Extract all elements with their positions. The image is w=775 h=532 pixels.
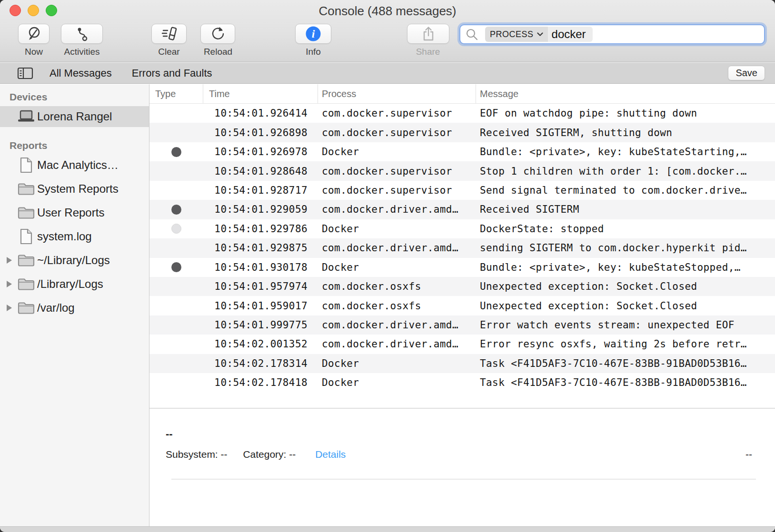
info-button-label: Info [306,47,321,57]
log-message-cell: Received SIGTERM [476,204,775,215]
now-button-label: Now [25,47,43,57]
log-process-cell: Docker [318,146,476,158]
table-detail-divider [149,408,775,409]
folder-icon [17,182,35,196]
log-row[interactable]: 10:54:01.926414com.docker.supervisorEOF … [149,104,775,123]
log-message-cell: sending SIGTERM to com.docker.hyperkit p… [476,242,775,254]
log-type-cell [149,205,203,215]
activities-button[interactable] [61,24,103,44]
tab-errors-and-faults[interactable]: Errors and Faults [132,67,212,79]
column-header-message[interactable]: Message [476,84,775,103]
details-link[interactable]: Details [315,449,346,460]
activities-icon [73,25,90,42]
log-message-cell: Send signal terminated to com.docker.dri… [476,185,775,196]
log-row[interactable]: 10:54:01.928648com.docker.supervisorStop… [149,161,775,180]
log-row[interactable]: 10:54:01.929875com.docker.driver.amd…sen… [149,238,775,257]
log-time-cell: 10:54:01.926898 [203,127,318,138]
log-row[interactable]: 10:54:01.930178DockerBundle: <private>, … [149,258,775,277]
disclosure-triangle-icon[interactable] [7,305,12,311]
search-filter-token-label: PROCESS [490,30,534,39]
detail-category-label: Category: [243,449,286,460]
sidebar-section-title: Devices [10,91,149,103]
sidebar-item[interactable]: Lorena Rangel [0,106,149,127]
log-process-cell: com.docker.osxfs [318,300,476,312]
detail-meta: Subsystem: -- Category: -- Details [166,449,346,460]
now-button[interactable] [18,24,50,44]
window-title: Console (488 messages) [0,4,775,19]
log-table-body: 10:54:01.926414com.docker.supervisorEOF … [149,104,775,393]
log-type-dot-dark [171,262,181,272]
log-type-cell [149,147,203,157]
log-process-cell: com.docker.osxfs [318,281,476,292]
log-row[interactable]: 10:54:01.929786DockerDockerState: stoppe… [149,219,775,238]
log-row[interactable]: 10:54:02.178418DockerTask <F41D5AF3-7C10… [149,373,775,392]
log-row[interactable]: 10:54:01.957974com.docker.osxfsUnexpecte… [149,277,775,296]
log-message-cell: Error resync osxfs, waiting 2s before re… [476,338,775,350]
folder-icon [17,206,35,219]
log-message-cell: Stop 1 children with order 1: [com.docke… [476,166,775,177]
log-time-cell: 10:54:02.178314 [203,358,318,369]
detail-title: -- [166,428,173,440]
log-time-cell: 10:54:01.926414 [203,108,318,119]
log-message-cell: Bundle: <private>, key: kubeStateStopped… [476,262,775,273]
reload-button[interactable] [200,24,235,44]
log-process-cell: Docker [318,377,476,388]
info-button[interactable]: i [295,24,331,44]
log-row[interactable]: 10:54:01.959017com.docker.osxfsUnexpecte… [149,296,775,315]
share-button-label: Share [416,47,440,57]
log-row[interactable]: 10:54:02.178314DockerTask <F41D5AF3-7C10… [149,354,775,373]
chevron-down-icon [537,32,543,37]
sidebar-item[interactable]: Mac Analytics… [0,155,149,176]
log-row[interactable]: 10:54:01.926978DockerBundle: <private>, … [149,142,775,161]
log-row[interactable]: 10:54:01.929059com.docker.driver.amd…Rec… [149,200,775,219]
log-row[interactable]: 10:54:01.926898com.docker.supervisorRece… [149,123,775,142]
search-query-text[interactable]: docker [548,27,593,42]
window-bottom-edge [0,526,775,532]
sidebar-item[interactable]: /Library/Logs [0,274,149,295]
sidebar-item[interactable]: System Reports [0,178,149,199]
sidebar-item[interactable]: ~/Library/Logs [0,250,149,271]
sidebar-item-label: /Library/Logs [37,277,103,291]
clear-button-label: Clear [158,47,179,57]
clear-button[interactable] [151,24,187,44]
sidebar-section-title: Reports [10,139,149,152]
column-header-process[interactable]: Process [318,84,476,103]
sidebar-item[interactable]: User Reports [0,202,149,223]
folder-icon [17,301,35,315]
search-filter-token[interactable]: PROCESS [485,27,548,42]
disclosure-triangle-icon[interactable] [7,281,12,287]
log-time-cell: 10:54:01.957974 [203,281,318,292]
sidebar-toggle-button[interactable] [17,67,33,80]
save-button[interactable]: Save [728,66,765,80]
log-process-cell: Docker [318,262,476,273]
column-header-time[interactable]: Time [203,84,318,103]
log-row[interactable]: 10:54:02.001352com.docker.driver.amd…Err… [149,335,775,354]
log-process-cell: com.docker.driver.amd… [318,319,476,331]
detail-category-value: -- [289,449,296,460]
log-time-cell: 10:54:01.999775 [203,319,318,331]
log-process-cell: Docker [318,358,476,369]
sidebar-item-label: system.log [37,230,92,243]
log-row[interactable]: 10:54:01.999775com.docker.driver.amd…Err… [149,315,775,335]
log-row[interactable]: 10:54:01.928717com.docker.supervisorSend… [149,181,775,200]
share-button[interactable] [407,24,449,44]
log-time-cell: 10:54:01.929875 [203,242,318,254]
now-icon [25,25,42,42]
log-message-cell: Bundle: <private>, key: kubeStateStartin… [476,146,775,158]
sidebar-item[interactable]: /var/log [0,297,149,318]
log-message-cell: Unexpected exception: Socket.Closed [476,281,775,292]
reload-icon [209,25,227,42]
log-time-cell: 10:54:01.959017 [203,300,318,312]
detail-bottom-divider [171,479,756,480]
disclosure-triangle-icon[interactable] [7,257,12,264]
share-icon [420,25,437,42]
sidebar-item-label: Mac Analytics… [37,158,119,172]
sidebar-item[interactable]: system.log [0,226,149,247]
sidebar-item-label: User Reports [37,206,104,219]
log-message-cell: Received SIGTERM, shutting down [476,127,775,138]
titlebar-toolbar: Console (488 messages) Now Activities [0,0,775,62]
tab-all-messages[interactable]: All Messages [50,67,112,79]
search-field[interactable]: PROCESS docker [459,24,765,44]
log-message-cell: Unexpected exception: Socket.Closed [476,300,775,312]
column-header-type[interactable]: Type [149,84,203,103]
